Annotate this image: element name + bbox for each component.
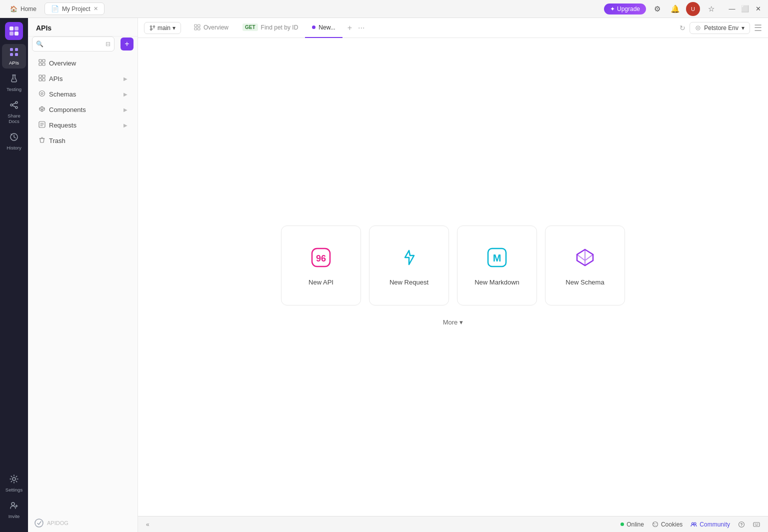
svg-rect-30 xyxy=(194,24,197,27)
cards-container: 96 New API New Request xyxy=(281,226,625,329)
sidebar-testing-label: Testing xyxy=(6,86,22,92)
search-input[interactable] xyxy=(32,36,114,52)
card-new-api[interactable]: 96 New API xyxy=(281,226,361,306)
online-status[interactable]: Online xyxy=(620,521,644,528)
icon-sidebar: APIs Testing xyxy=(0,18,28,532)
help-icon xyxy=(738,521,745,528)
svg-point-23 xyxy=(40,91,45,96)
tree-components-label: Components xyxy=(49,106,86,114)
branch-selector[interactable]: main ▾ xyxy=(144,22,181,34)
svg-rect-3 xyxy=(14,32,18,36)
card-new-schema[interactable]: New Schema xyxy=(545,226,625,306)
overview-tab-icon xyxy=(194,24,200,30)
online-label: Online xyxy=(626,521,644,528)
tree-item-trash[interactable]: Trash xyxy=(30,134,136,148)
add-button[interactable]: + xyxy=(120,38,134,50)
restore-button[interactable]: ⬜ xyxy=(739,3,751,15)
tab-more-button[interactable]: ··· xyxy=(355,24,368,32)
online-dot xyxy=(620,522,624,526)
sidebar-item-testing[interactable]: Testing xyxy=(2,70,26,95)
avatar[interactable]: U xyxy=(686,2,700,16)
svg-rect-19 xyxy=(39,75,42,78)
bookmark-icon-btn[interactable]: ☆ xyxy=(704,2,718,16)
new-request-icon xyxy=(396,244,422,270)
sidebar-item-share-docs[interactable]: Share Docs xyxy=(2,97,26,127)
title-bar-tabs: 🏠 Home 📄 My Project ✕ xyxy=(4,2,604,15)
svg-point-47 xyxy=(739,522,744,527)
svg-rect-20 xyxy=(42,75,45,78)
more-button[interactable]: More ▾ xyxy=(437,316,470,329)
collapse-button[interactable]: « xyxy=(146,521,150,528)
apidog-logo-area: APIDOG xyxy=(28,514,138,532)
upgrade-button[interactable]: ✦ Upgrade xyxy=(604,4,646,14)
sidebar-item-apis[interactable]: APIs xyxy=(2,44,26,68)
tab-home[interactable]: 🏠 Home xyxy=(4,4,42,14)
close-button[interactable]: ✕ xyxy=(752,3,764,15)
apidog-logo-icon xyxy=(34,518,44,528)
app-logo xyxy=(5,22,23,40)
cookies-button[interactable]: Cookies xyxy=(652,521,682,528)
file-sidebar-title: APIs xyxy=(36,24,52,32)
settings-icon-btn[interactable]: ⚙ xyxy=(650,2,664,16)
svg-point-26 xyxy=(35,519,43,527)
tab-close-icon[interactable]: ✕ xyxy=(94,6,98,12)
branch-icon xyxy=(150,25,156,31)
main-layout: APIs Testing xyxy=(0,18,768,532)
tab-project[interactable]: 📄 My Project ✕ xyxy=(44,2,104,15)
filter-icon[interactable]: ⊟ xyxy=(106,40,110,48)
tree-item-requests[interactable]: Requests ▶ xyxy=(30,118,136,132)
collapse-icon: « xyxy=(146,521,150,528)
svg-point-43 xyxy=(656,525,656,526)
sidebar-item-settings[interactable]: Settings xyxy=(2,471,26,496)
tab-overview[interactable]: Overview xyxy=(187,18,236,38)
tree-item-components[interactable]: Components ▶ xyxy=(30,102,136,117)
file-sidebar-header: APIs xyxy=(28,18,138,36)
window-controls: — ⬜ ✕ xyxy=(726,3,764,15)
icon-sidebar-bottom: Settings Invite xyxy=(2,471,26,528)
tree-components-arrow: ▶ xyxy=(124,107,128,112)
tree-item-apis[interactable]: APIs ▶ xyxy=(30,72,136,86)
title-bar: 🏠 Home 📄 My Project ✕ ✦ Upgrade ⚙ 🔔 U ☆ … xyxy=(0,0,768,18)
refresh-button[interactable]: ↻ xyxy=(680,24,686,32)
tab-new[interactable]: New... xyxy=(305,18,342,38)
home-icon: 🏠 xyxy=(10,6,18,12)
tree-requests-icon xyxy=(38,121,46,130)
community-button[interactable]: Community xyxy=(690,521,730,528)
sidebar-item-history[interactable]: History xyxy=(2,129,26,154)
more-chevron-icon: ▾ xyxy=(460,318,463,326)
tab-new-dot xyxy=(312,26,316,29)
minimize-button[interactable]: — xyxy=(726,3,738,15)
card-new-markdown[interactable]: M New Markdown xyxy=(457,226,537,306)
tree-requests-arrow: ▶ xyxy=(124,122,128,128)
search-row: 🔍 ⊟ + xyxy=(28,36,138,56)
new-api-icon: 96 xyxy=(308,244,334,270)
tree-item-schemas[interactable]: Schemas ▶ xyxy=(30,87,136,102)
tab-find-pet[interactable]: GET Find pet by ID xyxy=(236,18,305,38)
new-schema-icon xyxy=(572,244,598,270)
top-bar-right: ↻ Petstore Env ▾ ☰ xyxy=(680,22,762,34)
menu-button[interactable]: ☰ xyxy=(754,22,762,34)
svg-point-13 xyxy=(12,478,16,480)
sidebar-history-label: History xyxy=(6,145,22,150)
svg-rect-22 xyxy=(42,78,45,81)
svg-point-46 xyxy=(694,522,696,524)
tab-plus-button[interactable]: + xyxy=(344,24,355,32)
sidebar-apis-label: APIs xyxy=(9,60,19,66)
tree-apis-icon xyxy=(38,74,46,83)
apis-icon xyxy=(9,47,19,58)
tree-schemas-icon xyxy=(38,90,46,98)
tree-schemas-arrow: ▶ xyxy=(124,92,128,97)
icon-sidebar-top: APIs Testing xyxy=(2,44,26,471)
keyboard-shortcuts-button[interactable] xyxy=(753,521,760,528)
testing-icon xyxy=(9,74,19,85)
branch-chevron: ▾ xyxy=(172,24,176,32)
help-button[interactable] xyxy=(738,521,745,528)
env-selector[interactable]: Petstore Env ▾ xyxy=(690,22,750,34)
notification-icon-btn[interactable]: 🔔 xyxy=(668,2,682,16)
svg-point-41 xyxy=(654,523,654,524)
card-new-request[interactable]: New Request xyxy=(369,226,449,306)
svg-point-10 xyxy=(10,104,12,106)
svg-rect-4 xyxy=(10,48,13,51)
tree-item-overview[interactable]: Overview xyxy=(30,56,136,70)
sidebar-item-invite[interactable]: Invite xyxy=(2,498,26,522)
